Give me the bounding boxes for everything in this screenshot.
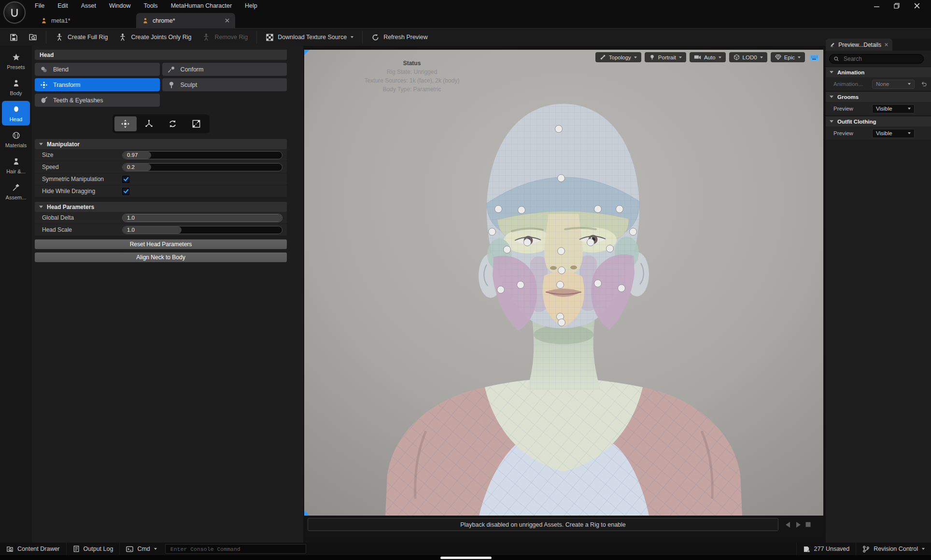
menu-bar: File Edit Asset Window Tools MetaHuman C… bbox=[35, 2, 257, 9]
step-back-button[interactable] bbox=[785, 521, 791, 528]
download-texture-source-button[interactable]: Download Texture Source bbox=[260, 30, 359, 44]
reset-to-default-button[interactable] bbox=[921, 81, 927, 87]
preview-details-tab[interactable]: Preview...Details bbox=[826, 39, 892, 51]
head-parameters-section-header[interactable]: Head Parameters bbox=[35, 202, 287, 212]
portrait-lighting-dropdown[interactable]: Portrait bbox=[645, 52, 686, 62]
create-full-rig-button[interactable]: Create Full Rig bbox=[50, 30, 113, 44]
console-command-box[interactable] bbox=[165, 544, 306, 554]
play-button[interactable] bbox=[795, 521, 802, 528]
transform-mode-button[interactable]: Transform bbox=[35, 78, 160, 91]
output-log-button[interactable]: Output Log bbox=[67, 543, 120, 555]
manipulator-section-header[interactable]: Manipulator bbox=[35, 139, 287, 149]
animation-row: Animation... None bbox=[826, 77, 931, 91]
close-icon bbox=[914, 3, 920, 9]
play-icon bbox=[795, 521, 802, 528]
viewport-toolbar: Topology Portrait Auto LOD0 Epic bbox=[595, 52, 820, 62]
sculpt-mode-button[interactable]: Sculpt bbox=[162, 78, 287, 91]
menu-asset[interactable]: Asset bbox=[81, 2, 96, 9]
grooms-preview-label: Preview bbox=[833, 106, 872, 112]
align-neck-to-body-button[interactable]: Align Neck to Body bbox=[35, 252, 287, 262]
browse-to-asset-button[interactable] bbox=[23, 30, 42, 44]
close-button[interactable] bbox=[907, 0, 927, 11]
toolbar-separator bbox=[362, 31, 363, 43]
size-slider[interactable]: 0.97 bbox=[122, 151, 282, 159]
menu-help[interactable]: Help bbox=[245, 2, 257, 9]
download-texture-source-label: Download Texture Source bbox=[278, 34, 347, 41]
unsaved-changes-button[interactable]: 277 Unsaved bbox=[797, 543, 856, 555]
tab-label: chrome* bbox=[153, 17, 175, 24]
menu-window[interactable]: Window bbox=[109, 2, 130, 9]
panel-title-label: Head bbox=[40, 52, 54, 58]
grooms-section-header[interactable]: Grooms bbox=[826, 91, 931, 102]
sidebar-item-head[interactable]: Head bbox=[2, 101, 30, 126]
lod-dropdown[interactable]: LOD0 bbox=[729, 52, 767, 62]
head-scale-slider[interactable]: 1.0 bbox=[122, 226, 282, 234]
3d-viewport[interactable]: Status Rig State: Unrigged Texture Sourc… bbox=[304, 50, 823, 516]
menu-metahuman-character[interactable]: MetaHuman Character bbox=[171, 2, 232, 9]
stop-button[interactable] bbox=[805, 521, 811, 528]
outfit-visibility-dropdown[interactable]: Visible bbox=[872, 129, 915, 138]
details-search-box[interactable] bbox=[829, 54, 924, 64]
global-delta-slider[interactable]: 1.0 bbox=[122, 214, 282, 222]
refresh-preview-button[interactable]: Refresh Preview bbox=[366, 30, 433, 44]
reset-head-parameters-button[interactable]: Reset Head Parameters bbox=[35, 239, 287, 249]
tab-close-button[interactable] bbox=[225, 18, 229, 23]
quality-dropdown[interactable]: Epic bbox=[771, 52, 805, 62]
joint-tool-button[interactable] bbox=[138, 116, 160, 131]
content-drawer-button[interactable]: Content Drawer bbox=[0, 543, 66, 555]
tab-meta1[interactable]: meta1* bbox=[35, 13, 131, 28]
minimize-button[interactable] bbox=[866, 0, 887, 11]
translate-icon bbox=[121, 119, 130, 128]
keyboard-shortcuts-button[interactable] bbox=[808, 52, 820, 62]
empty-grid-cell bbox=[162, 94, 287, 107]
menu-edit[interactable]: Edit bbox=[57, 2, 68, 9]
tab-chrome[interactable]: chrome* bbox=[136, 13, 235, 28]
reset-head-parameters-label: Reset Head Parameters bbox=[130, 241, 192, 248]
sidebar-item-body[interactable]: Body bbox=[2, 75, 30, 99]
quality-gem-icon bbox=[775, 54, 781, 60]
sidebar-item-assembly[interactable]: Assem... bbox=[2, 179, 30, 204]
collapse-arrow-icon bbox=[39, 206, 43, 208]
teeth-eyelashes-mode-button[interactable]: Teeth & Eyelashes bbox=[35, 94, 160, 107]
sidebar-item-presets[interactable]: Presets bbox=[2, 49, 30, 73]
menu-file[interactable]: File bbox=[35, 2, 44, 9]
sidebar-item-label: Hair &... bbox=[6, 168, 26, 174]
status-rig-state: Rig State: Unrigged bbox=[342, 68, 482, 76]
camera-auto-dropdown[interactable]: Auto bbox=[690, 52, 726, 62]
close-icon[interactable] bbox=[885, 42, 888, 47]
rotate-tool-button[interactable] bbox=[162, 116, 184, 131]
step-back-icon bbox=[785, 521, 791, 528]
save-button[interactable] bbox=[4, 30, 23, 44]
chevron-down-icon bbox=[922, 548, 925, 550]
playback-message-text: Playback disabled on unrigged Assets. Cr… bbox=[460, 521, 626, 528]
sidebar-item-hair[interactable]: Hair &... bbox=[2, 153, 30, 178]
console-command-input[interactable] bbox=[169, 546, 302, 553]
animation-section-header[interactable]: Animation bbox=[826, 67, 931, 77]
assembly-icon bbox=[12, 183, 20, 192]
menu-tools[interactable]: Tools bbox=[143, 2, 157, 9]
sidebar-item-materials[interactable]: Materials bbox=[2, 127, 30, 152]
unreal-engine-logo[interactable] bbox=[3, 1, 26, 24]
topology-dropdown[interactable]: Topology bbox=[595, 52, 641, 62]
scale-tool-button[interactable] bbox=[185, 116, 208, 131]
blend-label: Blend bbox=[53, 66, 69, 73]
conform-mode-button[interactable]: Conform bbox=[162, 63, 287, 76]
search-input[interactable] bbox=[843, 55, 919, 63]
chevron-down-icon bbox=[908, 132, 911, 134]
hide-while-dragging-checkbox[interactable] bbox=[122, 188, 129, 195]
grooms-visibility-dropdown[interactable]: Visible bbox=[872, 104, 915, 113]
outfit-clothing-section-header[interactable]: Outfit Clothing bbox=[826, 116, 931, 126]
create-joints-only-rig-button[interactable]: Create Joints Only Rig bbox=[113, 30, 197, 44]
restore-button[interactable] bbox=[887, 0, 907, 11]
save-unsaved-icon bbox=[803, 546, 810, 553]
translate-tool-button[interactable] bbox=[114, 116, 137, 131]
teeth-eyelashes-label: Teeth & Eyelashes bbox=[53, 97, 103, 104]
revision-control-dropdown[interactable]: Revision Control bbox=[856, 543, 931, 555]
blend-mode-button[interactable]: Blend bbox=[35, 63, 160, 76]
viewport-focus-corner bbox=[304, 50, 310, 55]
cmd-dropdown[interactable]: Cmd bbox=[120, 543, 163, 555]
hide-while-dragging-row: Hide While Dragging bbox=[35, 185, 287, 197]
symmetric-manipulation-checkbox[interactable] bbox=[122, 176, 129, 183]
texture-icon bbox=[266, 33, 274, 42]
speed-slider[interactable]: 0.2 bbox=[122, 163, 282, 171]
